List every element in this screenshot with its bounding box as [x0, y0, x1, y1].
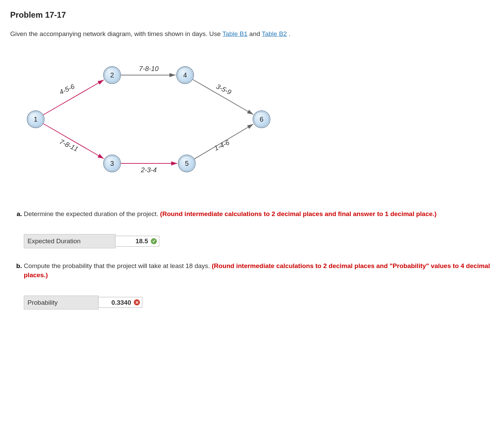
svg-text:1: 1 [34, 116, 37, 123]
table-b2-link[interactable]: Table B2 [262, 30, 287, 37]
part-b-text: Compute the probability that the project… [24, 262, 212, 269]
svg-text:6: 6 [259, 116, 263, 123]
part-a: Determine the expected duration of the p… [24, 209, 494, 248]
svg-text:3: 3 [110, 160, 114, 167]
node-1: 1 [27, 111, 44, 128]
edge-label-3-5: 2-3-4 [141, 166, 157, 174]
node-3: 3 [104, 155, 121, 172]
node-2: 2 [104, 67, 121, 84]
cross-icon: ✕ [134, 299, 140, 305]
network-diagram: 123456 4-5-67-8-117-8-102-3-43-5-91-4-6 [17, 51, 494, 189]
intro-after: . [289, 30, 290, 37]
table-b1-link[interactable]: Table B1 [222, 30, 248, 37]
intro-before: Given the accompanying network diagram, … [10, 30, 222, 37]
expected-duration-input[interactable]: 18.5 ✓ [115, 236, 159, 247]
expected-duration-value: 18.5 [136, 236, 148, 246]
svg-text:5: 5 [185, 160, 188, 167]
svg-text:2: 2 [110, 71, 114, 79]
probability-input[interactable]: 0.3340 ✕ [98, 297, 142, 308]
check-icon: ✓ [151, 238, 157, 244]
edge-1-3 [43, 124, 104, 159]
edge-label-2-4: 7-8-10 [139, 65, 159, 72]
edge-label-1-2: 4-5-6 [58, 82, 76, 96]
page-title: Problem 17-17 [10, 10, 494, 20]
node-4: 4 [177, 67, 194, 84]
intro-mid: and [249, 30, 262, 37]
part-a-text: Determine the expected duration of the p… [24, 210, 160, 217]
node-6: 6 [253, 111, 270, 128]
part-a-hint: (Round intermediate calculations to 2 de… [160, 210, 436, 217]
probability-value: 0.3340 [111, 298, 131, 307]
intro-paragraph: Given the accompanying network diagram, … [10, 29, 494, 39]
probability-label: Probability [24, 296, 98, 310]
part-b: Compute the probability that the project… [24, 261, 494, 310]
edge-label-1-3: 7-8-11 [58, 138, 79, 153]
expected-duration-label: Expected Duration [24, 234, 115, 248]
svg-text:4: 4 [183, 71, 187, 79]
edge-label-5-6: 1-4-6 [213, 138, 231, 152]
node-5: 5 [178, 155, 195, 172]
